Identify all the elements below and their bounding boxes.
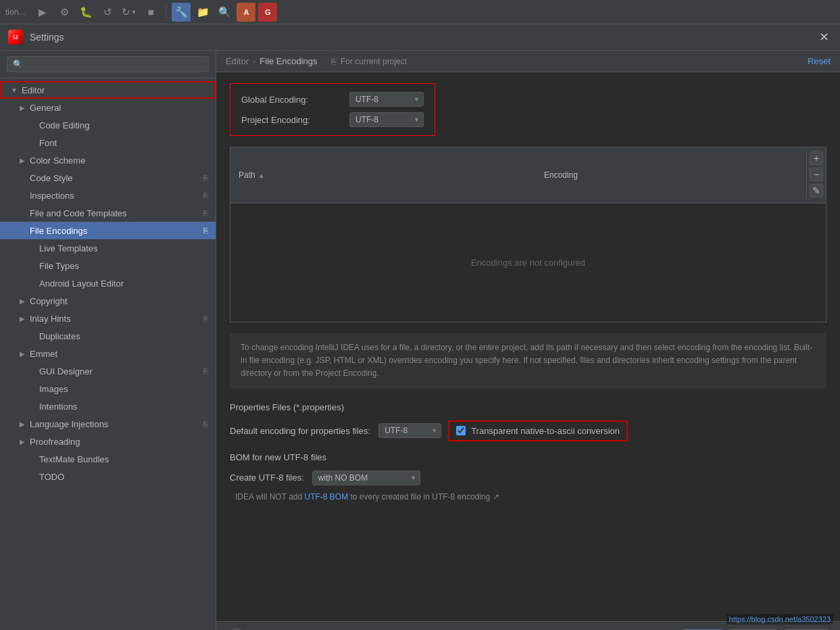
tree-arrow-leaf [18, 173, 27, 183]
sidebar-item-android-layout-editor[interactable]: Android Layout Editor [0, 274, 216, 292]
reset-button[interactable]: Reset [808, 56, 831, 66]
copy-icon: ⎘ [201, 366, 210, 376]
sidebar-item-label: Color Scheme [30, 155, 210, 166]
tree-arrow-general [18, 103, 27, 112]
sidebar-item-label: Images [39, 384, 210, 394]
content-pane: Editor › File Encodings ⎘ For current pr… [216, 51, 840, 630]
bom-note-link[interactable]: UTF-8 BOM [304, 492, 348, 502]
sidebar-item-font[interactable]: Font [0, 134, 216, 151]
tree-arrow-leaf [27, 402, 36, 411]
for-project-label: ⎘ For current project [331, 57, 407, 66]
transparent-checkbox[interactable] [456, 426, 466, 435]
tool3-button[interactable]: 🐛 [76, 3, 95, 22]
sidebar-item-label: File and Code Templates [30, 208, 198, 218]
sidebar-item-label: Live Templates [39, 243, 210, 253]
tree-arrow-leaf [18, 191, 27, 200]
sidebar-item-todo[interactable]: TODO [0, 468, 216, 485]
vcs-button[interactable]: A [237, 3, 255, 22]
sidebar-item-label: TODO [39, 472, 210, 482]
sidebar-item-inlay-hints[interactable]: Inlay Hints ⎘ [0, 310, 216, 327]
sidebar-item-label: Duplicates [39, 331, 210, 341]
sidebar-item-file-encodings[interactable]: File Encodings ⎘ [0, 222, 216, 239]
col-path-label: Path [239, 170, 255, 180]
sidebar-item-editor[interactable]: Editor [0, 81, 216, 99]
sidebar-item-code-style[interactable]: Code Style ⎘ [0, 169, 216, 187]
debug-button[interactable]: ⚙ [55, 3, 74, 22]
dialog-header: IJ Settings ✕ [0, 24, 840, 51]
settings-tree: Editor General Code Editing Font [0, 78, 216, 630]
project-encoding-row: Project Encoding: UTF-8 UTF-16 ISO-8859-… [241, 112, 424, 127]
properties-title: Properties Files (*.properties) [230, 402, 826, 412]
tree-arrow-leaf [18, 208, 27, 218]
tree-arrow-emmet [18, 349, 27, 358]
extra-button[interactable]: G [258, 3, 277, 22]
sidebar-item-proofreading[interactable]: Proofreading [0, 433, 216, 450]
bom-section: BOM for new UTF-8 files Create UTF-8 fil… [230, 452, 826, 502]
bom-create-label: Create UTF-8 files: [230, 472, 304, 483]
tool5-button[interactable]: ↻▼ [120, 3, 139, 22]
encodings-table: Path ▲ Encoding + − ✎ Encodings are not … [230, 147, 826, 322]
bom-create-select[interactable]: with NO BOM with BOM [312, 470, 420, 485]
sidebar-item-gui-designer[interactable]: GUI Designer ⎘ [0, 362, 216, 380]
tool4-button[interactable]: ↺ [98, 3, 117, 22]
dialog-close-button[interactable]: ✕ [816, 30, 832, 45]
tree-arrow-leaf [18, 226, 27, 235]
toolbar-separator [166, 5, 166, 19]
table-empty-message: Encodings are not configured [230, 203, 826, 322]
search-button[interactable]: 🔍 [215, 3, 234, 22]
settings-button[interactable]: 🔧 [172, 3, 191, 22]
app-title: tion... [5, 7, 25, 17]
tree-arrow-lang-inject [18, 419, 27, 429]
sidebar-item-code-editing[interactable]: Code Editing [0, 116, 216, 134]
sidebar-item-label: Code Editing [39, 120, 210, 130]
sidebar-item-inspections[interactable]: Inspections ⎘ [0, 187, 216, 204]
sidebar-item-images[interactable]: Images [0, 380, 216, 397]
sidebar-item-duplicates[interactable]: Duplicates [0, 327, 216, 345]
sidebar-item-textmate-bundles[interactable]: TextMate Bundles [0, 450, 216, 468]
bom-note-prefix: IDEA will NOT add [235, 492, 304, 502]
sidebar-item-file-code-templates[interactable]: File and Code Templates ⎘ [0, 204, 216, 222]
remove-row-button[interactable]: − [810, 168, 823, 181]
project-button[interactable]: 📁 [193, 3, 212, 22]
tree-arrow-proofreading [18, 437, 27, 446]
tree-arrow-leaf [27, 472, 36, 481]
sidebar-item-label: Inlay Hints [30, 314, 198, 324]
tree-arrow-inlay-hints [18, 314, 27, 323]
sidebar-item-color-scheme[interactable]: Color Scheme [0, 151, 216, 169]
sidebar-item-emmet[interactable]: Emmet [0, 345, 216, 362]
global-encoding-select[interactable]: UTF-8 UTF-16 ISO-8859-1 Windows-1252 [349, 92, 424, 107]
tree-arrow-leaf [27, 366, 36, 376]
properties-encoding-select-wrapper: UTF-8 ISO-8859-1 [378, 423, 441, 438]
tree-arrow-leaf [27, 120, 36, 130]
copy-icon: ⎘ [201, 226, 210, 235]
stop-button[interactable]: ■ [141, 3, 160, 22]
sidebar-item-label: Proofreading [30, 437, 210, 447]
tree-arrow-leaf [27, 384, 36, 393]
sort-icon: ▲ [258, 172, 265, 179]
edit-row-button[interactable]: ✎ [810, 184, 823, 197]
search-input[interactable] [7, 56, 209, 72]
table-actions: + − ✎ [806, 151, 826, 199]
properties-encoding-select[interactable]: UTF-8 ISO-8859-1 [378, 423, 441, 438]
add-row-button[interactable]: + [810, 151, 823, 165]
watermark: https://blog.csdn.net/a3502323 [726, 614, 833, 625]
copy-icon: ⎘ [201, 208, 210, 218]
sidebar-item-label: File Encodings [30, 226, 198, 236]
sidebar-item-general[interactable]: General [0, 99, 216, 116]
sidebar-item-language-injections[interactable]: Language Injections ⎘ [0, 415, 216, 433]
global-encoding-label: Global Encoding: [241, 95, 349, 105]
run-button[interactable]: ▶ [33, 3, 52, 22]
sidebar-item-copyright[interactable]: Copyright [0, 292, 216, 310]
project-encoding-select[interactable]: UTF-8 UTF-16 ISO-8859-1 Windows-1252 [349, 112, 424, 127]
sidebar-item-live-templates[interactable]: Live Templates [0, 239, 216, 257]
bom-note: IDEA will NOT add UTF-8 BOM to every cre… [235, 492, 826, 502]
sidebar-item-label: GUI Designer [39, 366, 198, 377]
for-project-text: For current project [341, 57, 407, 66]
bom-select-wrapper: with NO BOM with BOM [312, 470, 420, 485]
sidebar-item-file-types[interactable]: File Types [0, 257, 216, 274]
bom-create-row: Create UTF-8 files: with NO BOM with BOM [230, 470, 826, 485]
breadcrumb: Editor › File Encodings [226, 56, 318, 66]
breadcrumb-separator: › [253, 56, 255, 66]
sidebar-item-intentions[interactable]: Intentions [0, 397, 216, 415]
global-encoding-row: Global Encoding: UTF-8 UTF-16 ISO-8859-1… [241, 92, 424, 107]
